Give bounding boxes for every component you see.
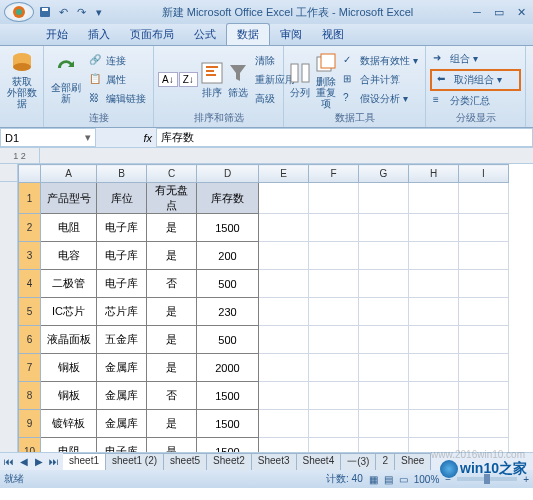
cell[interactable]: 产品型号	[41, 183, 97, 214]
cell[interactable]	[409, 410, 459, 438]
save-icon[interactable]	[38, 5, 52, 19]
tab-nav-last-icon[interactable]: ⏭	[47, 455, 61, 469]
cell[interactable]	[309, 326, 359, 354]
row-header[interactable]: 1	[19, 183, 41, 214]
cell[interactable]: 镀锌板	[41, 410, 97, 438]
tab-insert[interactable]: 插入	[78, 24, 120, 45]
cell[interactable]: 金属库	[97, 354, 147, 382]
cell[interactable]	[359, 183, 409, 214]
grid[interactable]: A B C D E F G H I 1产品型号库位有无盘点库存数2电阻电子库是1…	[18, 164, 533, 452]
whatif-button[interactable]: ?假设分析 ▾	[340, 90, 421, 108]
cell[interactable]	[359, 382, 409, 410]
sheet-tab[interactable]: sheet1	[63, 453, 106, 470]
group-button[interactable]: ➜组合 ▾	[430, 50, 521, 68]
cell[interactable]: 有无盘点	[147, 183, 197, 214]
data-validation-button[interactable]: ✓数据有效性 ▾	[340, 52, 421, 70]
consolidate-button[interactable]: ⊞合并计算	[340, 71, 421, 89]
cell[interactable]	[459, 270, 509, 298]
properties-button[interactable]: 📋属性	[86, 71, 149, 89]
cell[interactable]	[359, 410, 409, 438]
cell[interactable]: 金属库	[97, 382, 147, 410]
cell[interactable]	[459, 183, 509, 214]
cell[interactable]	[259, 270, 309, 298]
cell[interactable]: 液晶面板	[41, 326, 97, 354]
row-header[interactable]: 7	[19, 354, 41, 382]
cell[interactable]	[359, 438, 409, 453]
cell[interactable]: 五金库	[97, 326, 147, 354]
tab-data[interactable]: 数据	[226, 23, 270, 45]
cell[interactable]	[309, 214, 359, 242]
col-header[interactable]: H	[409, 165, 459, 183]
view-pagebreak-icon[interactable]: ▭	[399, 474, 408, 485]
refresh-all-button[interactable]: 全部刷新	[48, 51, 84, 109]
cell[interactable]: 是	[147, 438, 197, 453]
cell[interactable]: 1500	[197, 382, 259, 410]
cell[interactable]	[459, 214, 509, 242]
table-row[interactable]: 3电容电子库是200	[19, 242, 509, 270]
cell[interactable]: 库位	[97, 183, 147, 214]
cell[interactable]	[409, 214, 459, 242]
cell[interactable]: 是	[147, 242, 197, 270]
zoom-level[interactable]: 100%	[414, 474, 440, 485]
row-header[interactable]: 8	[19, 382, 41, 410]
tab-nav-first-icon[interactable]: ⏮	[2, 455, 16, 469]
cell[interactable]	[459, 242, 509, 270]
select-all-corner[interactable]	[19, 165, 41, 183]
cell[interactable]	[459, 410, 509, 438]
cell[interactable]: 230	[197, 298, 259, 326]
sheet-tab[interactable]: Shee	[394, 453, 431, 470]
cell[interactable]: 电子库	[97, 214, 147, 242]
name-box[interactable]: D1 ▾	[0, 128, 96, 147]
cell[interactable]	[459, 382, 509, 410]
cell[interactable]: 库存数	[197, 183, 259, 214]
cell[interactable]	[259, 326, 309, 354]
cell[interactable]	[409, 382, 459, 410]
cell[interactable]: 电阻	[41, 214, 97, 242]
tab-layout[interactable]: 页面布局	[120, 24, 184, 45]
cell[interactable]	[309, 270, 359, 298]
sort-asc-icon[interactable]: A↓	[158, 72, 178, 87]
row-header[interactable]: 10	[19, 438, 41, 453]
cell[interactable]: IC芯片	[41, 298, 97, 326]
cell[interactable]	[309, 242, 359, 270]
sheet-tab[interactable]: 2	[375, 453, 395, 470]
cell[interactable]: 1500	[197, 214, 259, 242]
minimize-button[interactable]: ─	[469, 5, 485, 19]
cell[interactable]	[409, 242, 459, 270]
cell[interactable]	[359, 354, 409, 382]
cell[interactable]: 铜板	[41, 354, 97, 382]
cell[interactable]: 电子库	[97, 438, 147, 453]
cell[interactable]	[409, 298, 459, 326]
cell[interactable]: 是	[147, 354, 197, 382]
row-header[interactable]: 5	[19, 298, 41, 326]
restore-button[interactable]: ▭	[491, 5, 507, 19]
cell[interactable]: 金属库	[97, 410, 147, 438]
cell[interactable]	[359, 242, 409, 270]
cell[interactable]: 是	[147, 326, 197, 354]
tab-formula[interactable]: 公式	[184, 24, 226, 45]
row-header[interactable]: 4	[19, 270, 41, 298]
cell[interactable]	[359, 326, 409, 354]
col-header[interactable]: E	[259, 165, 309, 183]
sheet-tab[interactable]: 一(3)	[340, 453, 376, 470]
cell[interactable]	[259, 410, 309, 438]
cell[interactable]: 500	[197, 326, 259, 354]
cell[interactable]	[259, 354, 309, 382]
get-external-data-button[interactable]: 获取 外部数据	[4, 51, 39, 109]
table-row[interactable]: 2电阻电子库是1500	[19, 214, 509, 242]
close-button[interactable]: ✕	[513, 5, 529, 19]
cell[interactable]: 电子库	[97, 270, 147, 298]
cell[interactable]	[309, 438, 359, 453]
sheet-tab[interactable]: sheet1 (2)	[105, 453, 164, 470]
cell[interactable]: 否	[147, 270, 197, 298]
redo-icon[interactable]: ↷	[74, 5, 88, 19]
text-to-columns-button[interactable]: 分列	[288, 51, 312, 109]
cell[interactable]	[259, 382, 309, 410]
row-header[interactable]: 2	[19, 214, 41, 242]
cell[interactable]: 1500	[197, 410, 259, 438]
cell[interactable]	[359, 270, 409, 298]
outline-level-1[interactable]: 1 2	[0, 148, 40, 163]
col-header[interactable]: C	[147, 165, 197, 183]
cell[interactable]: 否	[147, 382, 197, 410]
cell[interactable]	[309, 382, 359, 410]
